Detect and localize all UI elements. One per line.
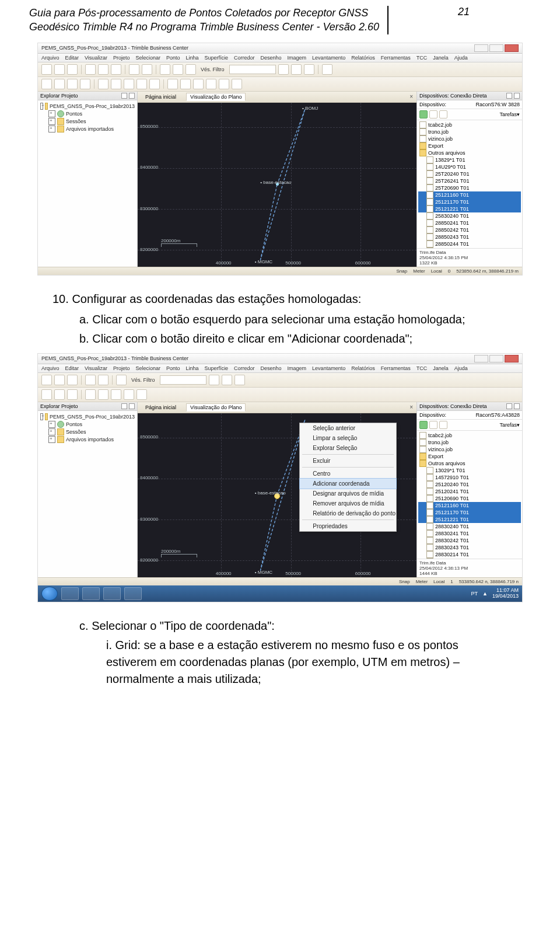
tab-home[interactable]: Página inicial (141, 403, 180, 412)
tool-pan-icon[interactable] (173, 64, 183, 75)
ctx-excluir[interactable]: Excluir (300, 456, 396, 466)
system-tray[interactable]: PT ▲ 11:07 AM 19/04/2013 (471, 588, 519, 599)
menu-projeto[interactable]: Projeto (113, 55, 130, 61)
file-item[interactable]: trono.job (418, 128, 521, 135)
ctx-propriedades[interactable]: Propriedades (300, 521, 396, 531)
menu-ajuda[interactable]: Ajuda (454, 55, 468, 61)
tasks-dropdown[interactable]: Tarefas▾ (499, 111, 520, 117)
folder-export[interactable]: Export (418, 453, 521, 460)
menu-ponto[interactable]: Ponto (166, 55, 180, 61)
expand-icon[interactable] (48, 428, 55, 435)
menu-levantamento[interactable]: Levantamento (312, 365, 345, 371)
menu-tcc[interactable]: TCC (416, 55, 428, 61)
task-explorer-icon[interactable] (61, 587, 79, 600)
tool-e-icon[interactable] (98, 79, 108, 89)
tool-paste-icon[interactable] (111, 64, 121, 75)
file-item[interactable]: 13029*1 T01 (418, 467, 521, 474)
ctx-designar-arquivos-de-m-dia[interactable]: Designar arquivos de mídia (300, 489, 396, 498)
tab-home[interactable]: Página inicial (141, 93, 180, 101)
project-tree[interactable]: PEMS_GNSS_Pos-Proc_19abr2013 Pontos Sess… (38, 100, 137, 267)
tool-g-icon[interactable] (124, 79, 134, 89)
ctx-remover-arquivos-de-m-dia[interactable]: Remover arquivos de mídia (300, 498, 396, 508)
menu-editar[interactable]: Editar (65, 365, 79, 371)
tool-redo-icon[interactable] (142, 64, 152, 75)
menu-desenho[interactable]: Desenho (261, 55, 282, 61)
status-snap[interactable]: Snap (397, 269, 408, 274)
expand-icon[interactable] (48, 421, 55, 428)
ctx-sele-o-anterior[interactable]: Seleção anterior (300, 423, 396, 433)
tool-layers-icon[interactable] (278, 64, 289, 75)
plan-canvas[interactable]: 8500000 8400000 8300000 8200000 400000 5… (138, 413, 416, 577)
file-item[interactable]: vizinco.job (418, 135, 521, 142)
expand-icon[interactable] (48, 125, 55, 132)
tool-help-icon[interactable] (322, 64, 332, 75)
minimize-button[interactable] (474, 355, 488, 362)
file-item[interactable]: 25120241 T01 (418, 488, 521, 495)
menu-visualizar[interactable]: Visualizar (85, 365, 107, 371)
tree-item-arquivos[interactable]: Arquivos importados (40, 125, 135, 133)
menu-ajuda[interactable]: Ajuda (454, 365, 468, 371)
file-item[interactable]: 14572910 T01 (418, 474, 521, 481)
tool-zoom-icon[interactable] (160, 64, 170, 75)
file-item[interactable]: 25T20240 T01 (418, 170, 521, 177)
tab-close-icon[interactable]: × (410, 404, 413, 410)
file-item[interactable]: 25120690 T01 (418, 495, 521, 502)
tool-flag-icon[interactable] (222, 375, 232, 385)
menu-visualizar[interactable]: Visualizar (85, 55, 107, 61)
file-item[interactable]: 28850243 T01 (418, 233, 521, 240)
expand-icon[interactable] (40, 413, 43, 420)
tray-lang[interactable]: PT (471, 591, 478, 597)
menu-arquivo[interactable]: Arquivo (41, 55, 60, 61)
status-local[interactable]: Local (433, 579, 444, 584)
status-meter[interactable]: Meter (416, 579, 428, 584)
tool-select-icon[interactable] (186, 64, 196, 75)
tool-flag-icon[interactable] (291, 64, 302, 75)
tool-j-icon[interactable] (167, 79, 178, 89)
tool-e-icon[interactable] (98, 389, 108, 400)
expand-icon[interactable] (48, 110, 55, 117)
maximize-button[interactable] (489, 355, 503, 362)
ctx-centro[interactable]: Centro (300, 469, 396, 479)
folder-export[interactable]: Export (418, 142, 521, 149)
menu-relatórios[interactable]: Relatórios (351, 55, 375, 61)
file-item[interactable]: 25830240 T01 (418, 212, 521, 219)
menu-superfície[interactable]: Superfície (205, 55, 229, 61)
expand-icon[interactable] (48, 436, 55, 443)
tool-b-icon[interactable] (54, 79, 65, 89)
menu-projeto[interactable]: Projeto (113, 365, 130, 371)
tree-item-sessoes[interactable]: Sessões (40, 118, 135, 125)
import-button[interactable] (419, 110, 428, 118)
tree-root[interactable]: PEMS_GNSS_Pos-Proc_19abr2013 (40, 103, 135, 110)
start-button[interactable] (41, 587, 58, 601)
close-pane-icon[interactable] (129, 403, 135, 409)
tree-item-pontos[interactable]: Pontos (40, 110, 135, 118)
menu-tcc[interactable]: TCC (416, 365, 428, 371)
tool-c-icon[interactable] (67, 79, 78, 89)
minimize-button[interactable] (474, 44, 488, 52)
status-meter[interactable]: Meter (413, 269, 425, 274)
menu-superfície[interactable]: Superfície (205, 365, 229, 371)
tab-close-icon[interactable]: × (410, 93, 413, 100)
filter-select[interactable] (160, 375, 206, 385)
plan-canvas[interactable]: 8500000 8400000 8300000 8200000 400000 5… (138, 103, 416, 267)
tool-a-icon[interactable] (41, 79, 52, 89)
file-item[interactable]: tcabc2.job (418, 121, 521, 128)
task-app3-icon[interactable] (124, 587, 142, 600)
tool-a-icon[interactable] (41, 389, 52, 400)
menu-arquivo[interactable]: Arquivo (41, 365, 60, 371)
tree-item-pontos[interactable]: Pontos (40, 421, 135, 428)
file-item[interactable]: 13829*1 T01 (418, 156, 521, 163)
tool-f-icon[interactable] (111, 389, 121, 400)
menu-relatórios[interactable]: Relatórios (351, 365, 375, 371)
close-button[interactable] (505, 355, 519, 362)
file-item[interactable]: 25121170 T01 (418, 509, 521, 516)
task-app-icon[interactable] (82, 587, 100, 600)
task-app2-icon[interactable] (103, 587, 121, 600)
pin-icon[interactable] (506, 403, 512, 409)
menu-linha[interactable]: Linha (186, 55, 198, 61)
file-item[interactable]: 28850242 T01 (418, 226, 521, 233)
tool-connect-icon[interactable] (304, 64, 314, 75)
menu-ferramentas[interactable]: Ferramentas (381, 365, 411, 371)
menu-selecionar[interactable]: Selecionar (135, 55, 160, 61)
tree-item-arquivos[interactable]: Arquivos importados (40, 436, 135, 444)
